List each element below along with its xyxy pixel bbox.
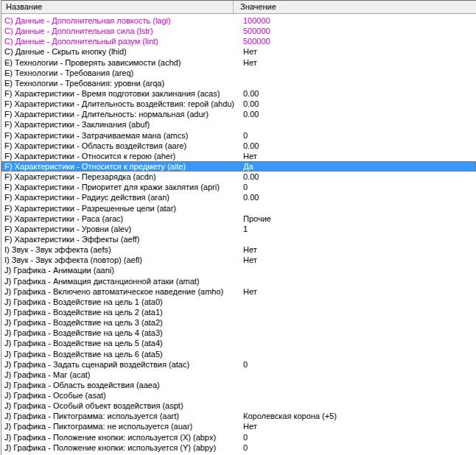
property-name-cell: J) Графика - Особые (asat) bbox=[4, 390, 106, 401]
property-value-cell: 0 bbox=[243, 182, 248, 192]
property-name-cell: J) Графика - Область воздействия (aaea) bbox=[4, 380, 160, 390]
table-row[interactable]: J) Графика - Анимации (aani) bbox=[1, 265, 476, 275]
property-name-cell: F) Характеристики - Область воздействия … bbox=[4, 141, 186, 151]
property-value-cell: Королевская корона (+5) bbox=[243, 411, 337, 421]
table-row[interactable]: F) Характеристики - Относится к предмету… bbox=[1, 161, 476, 172]
table-row[interactable]: J) Графика - Пиктограмма: используется (… bbox=[1, 411, 476, 421]
property-value-cell: 0 bbox=[243, 130, 248, 141]
table-row[interactable]: J) Графика - Включено автоматическое нав… bbox=[1, 286, 476, 297]
property-value-cell: Нет bbox=[243, 151, 257, 161]
property-name-cell: J) Графика - Воздействие на цель 4 (ata3… bbox=[4, 328, 163, 338]
table-row[interactable]: C) Данные - Дополнительная ловкость (lag… bbox=[1, 15, 476, 26]
property-value-cell: 500000 bbox=[243, 26, 270, 36]
property-name-cell: C) Данные - Дополнительный разум (lint) bbox=[4, 36, 158, 46]
table-row[interactable]: J) Графика - Воздействие на цель 4 (ata3… bbox=[1, 328, 476, 338]
table-row[interactable]: F) Характеристики - Эффекты (aeff) bbox=[1, 234, 476, 244]
table-row[interactable]: F) Характеристики - Перезарядка (acdn)0.… bbox=[1, 172, 476, 182]
table-row[interactable]: J) Графика - Воздействие на цель 5 (ata4… bbox=[1, 338, 476, 348]
property-name-cell: C) Данные - Дополнительная сила (lstr) bbox=[4, 26, 153, 36]
table-row[interactable]: F) Характеристики - Радиус действия (ara… bbox=[1, 192, 476, 202]
property-value-cell: Нет bbox=[243, 286, 257, 297]
object-editor-property-table: Название Значение C) Данные - Дополнител… bbox=[1, 0, 476, 455]
table-row[interactable]: J) Графика - Задать сценарий воздействия… bbox=[1, 359, 476, 370]
property-name-cell: J) Графика - Включено автоматическое нав… bbox=[4, 286, 223, 297]
table-row[interactable]: I) Звук - Звук эффекта (повтор) (aefl)Не… bbox=[1, 255, 476, 265]
table-row[interactable]: J) Графика - Воздействие на цель 3 (ata2… bbox=[1, 317, 476, 328]
property-name-cell: F) Характеристики - Уровни (alev) bbox=[4, 224, 131, 234]
property-name-cell: F) Характеристики - Приоритет для кражи … bbox=[4, 182, 220, 192]
property-name-cell: C) Данные - Скрыть кнопку (lhid) bbox=[4, 46, 127, 57]
property-value-cell: Нет bbox=[243, 244, 257, 255]
property-name-cell: J) Графика - Положение кнопки: используе… bbox=[4, 432, 216, 442]
property-name-cell: J) Графика - Анимация дистанционной атак… bbox=[4, 276, 200, 286]
property-name-cell: F) Характеристики - Затрачиваемая мана (… bbox=[4, 130, 188, 141]
property-value-cell: 0.00 bbox=[243, 172, 259, 182]
table-row[interactable]: J) Графика - Положение кнопки: используе… bbox=[1, 432, 476, 442]
table-row[interactable]: F) Характеристики - Область воздействия … bbox=[1, 141, 476, 151]
table-row[interactable]: F) Характеристики - Уровни (alev)1 bbox=[1, 224, 476, 234]
table-row[interactable]: J) Графика - Особый объект воздействия (… bbox=[1, 401, 476, 411]
property-value-cell: 0.00 bbox=[243, 99, 259, 109]
table-row[interactable]: J) Графика - Положение кнопки: используе… bbox=[1, 442, 476, 453]
property-name-cell: J) Графика - Воздействие на цель 1 (ata0… bbox=[4, 297, 163, 307]
property-value-cell: 0.00 bbox=[243, 192, 259, 202]
property-name-cell: F) Характеристики - Радиус действия (ara… bbox=[4, 192, 169, 202]
property-name-cell: I) Звук - Звук эффекта (aefs) bbox=[4, 244, 111, 255]
table-row[interactable]: F) Характеристики - Время подготовки зак… bbox=[1, 88, 476, 99]
property-rows: C) Данные - Дополнительная ловкость (lag… bbox=[1, 14, 476, 455]
table-row[interactable]: F) Характеристики - Раса (arac)Прочие bbox=[1, 214, 476, 224]
property-name-cell: I) Звук - Звук эффекта (повтор) (aefl) bbox=[4, 255, 142, 265]
property-name-cell: J) Графика - Задать сценарий воздействия… bbox=[4, 359, 189, 370]
property-name-cell: F) Характеристики - Разрешенные цели (at… bbox=[4, 203, 176, 214]
column-header-name[interactable]: Название bbox=[1, 1, 234, 13]
property-name-cell: E) Технологии - Проверять зависимости (a… bbox=[4, 57, 181, 68]
table-row[interactable]: J) Графика - Область воздействия (aaea) bbox=[1, 380, 476, 390]
table-row[interactable]: E) Технологии - Требования (areq) bbox=[1, 68, 476, 78]
table-row[interactable]: F) Характеристики - Длительность: нормал… bbox=[1, 109, 476, 119]
table-row[interactable]: J) Графика - Пиктограмма: не используетс… bbox=[1, 421, 476, 431]
property-value-cell: 0 bbox=[243, 442, 248, 453]
table-row[interactable]: J) Графика - Маг (acat) bbox=[1, 370, 476, 380]
property-value-cell: Да bbox=[243, 161, 253, 172]
table-row[interactable]: F) Характеристики - Относится к герою (a… bbox=[1, 151, 476, 161]
property-value-cell: 0.00 bbox=[243, 109, 259, 119]
table-row[interactable]: J) Графика - Особые (asat) bbox=[1, 390, 476, 401]
property-name-cell: F) Характеристики - Заклинания (abuf) bbox=[4, 119, 150, 130]
property-name-cell: F) Характеристики - Относится к предмету… bbox=[4, 161, 186, 172]
property-name-cell: F) Характеристики - Длительность воздейс… bbox=[4, 99, 234, 109]
property-value-cell: Нет bbox=[243, 57, 257, 68]
property-name-cell: F) Характеристики - Раса (arac) bbox=[4, 214, 123, 224]
table-row[interactable]: C) Данные - Скрыть кнопку (lhid)Нет bbox=[1, 46, 476, 57]
property-name-cell: J) Графика - Воздействие на цель 3 (ata2… bbox=[4, 317, 163, 328]
property-name-cell: J) Графика - Пиктограмма: используется (… bbox=[4, 411, 179, 421]
table-row[interactable]: E) Технологии - Проверять зависимости (a… bbox=[1, 57, 476, 68]
table-row[interactable]: J) Графика - Воздействие на цель 6 (ata5… bbox=[1, 349, 476, 359]
property-name-cell: J) Графика - Воздействие на цель 2 (ata1… bbox=[4, 307, 163, 317]
property-name-cell: F) Характеристики - Время подготовки зак… bbox=[4, 88, 220, 99]
property-name-cell: J) Графика - Положение кнопки: используе… bbox=[4, 442, 216, 453]
property-name-cell: J) Графика - Особый объект воздействия (… bbox=[4, 401, 183, 411]
property-value-cell: Нет bbox=[243, 255, 257, 265]
table-row[interactable]: E) Технологии - Требования: уровни (arqa… bbox=[1, 78, 476, 88]
table-row[interactable]: J) Графика - Воздействие на цель 1 (ata0… bbox=[1, 297, 476, 307]
table-row[interactable]: I) Звук - Звук эффекта (aefs)Нет bbox=[1, 244, 476, 255]
property-name-cell: J) Графика - Воздействие на цель 6 (ata5… bbox=[4, 349, 163, 359]
table-row[interactable]: F) Характеристики - Заклинания (abuf) bbox=[1, 119, 476, 130]
property-name-cell: F) Характеристики - Относится к герою (a… bbox=[4, 151, 175, 161]
table-row[interactable]: F) Характеристики - Длительность воздейс… bbox=[1, 99, 476, 109]
table-row[interactable]: F) Характеристики - Приоритет для кражи … bbox=[1, 182, 476, 192]
property-value-cell: 100000 bbox=[243, 15, 270, 26]
column-header-row: Название Значение bbox=[1, 0, 476, 14]
table-row[interactable]: C) Данные - Дополнительная сила (lstr)50… bbox=[1, 26, 476, 36]
table-row[interactable]: C) Данные - Дополнительный разум (lint)5… bbox=[1, 36, 476, 46]
property-value-cell: Прочие bbox=[243, 214, 271, 224]
table-row[interactable]: F) Характеристики - Разрешенные цели (at… bbox=[1, 203, 476, 214]
table-row[interactable]: J) Графика - Анимация дистанционной атак… bbox=[1, 276, 476, 286]
table-row[interactable]: F) Характеристики - Затрачиваемая мана (… bbox=[1, 130, 476, 141]
column-header-value[interactable]: Значение bbox=[234, 1, 476, 13]
property-value-cell: 0.00 bbox=[243, 141, 259, 151]
property-name-cell: F) Характеристики - Эффекты (aeff) bbox=[4, 234, 139, 244]
property-name-cell: J) Графика - Маг (acat) bbox=[4, 370, 91, 380]
table-row[interactable]: J) Графика - Воздействие на цель 2 (ata1… bbox=[1, 307, 476, 317]
property-name-cell: J) Графика - Воздействие на цель 5 (ata4… bbox=[4, 338, 163, 348]
